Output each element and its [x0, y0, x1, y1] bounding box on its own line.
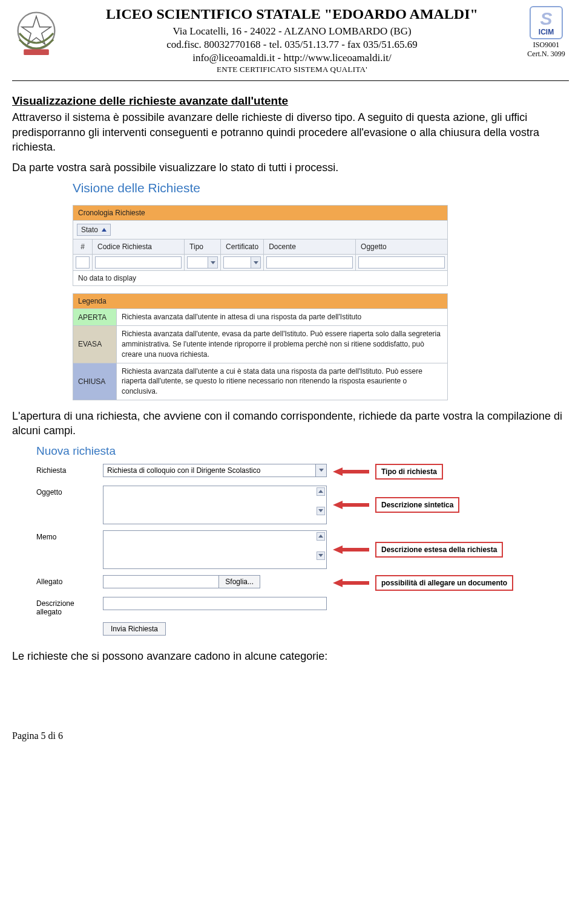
col-oggetto[interactable]: Oggetto [356, 239, 448, 255]
cronologia-header: Cronologia Richieste [73, 206, 448, 221]
sfoglia-button[interactable]: Sfoglia... [218, 575, 260, 588]
status-chiusa-badge: CHIUSA [73, 363, 117, 400]
scroll-down-icon[interactable] [317, 551, 325, 560]
allegato-path-input[interactable] [103, 575, 218, 588]
col-certificato[interactable]: Certificato [221, 239, 264, 255]
richiesta-value: Richiesta di colloquio con il Dirigente … [103, 464, 315, 477]
scroll-up-icon[interactable] [317, 487, 325, 496]
svg-marker-5 [333, 545, 369, 554]
svg-marker-4 [333, 501, 369, 509]
final-paragraph: Le richieste che si possono avanzare cad… [12, 649, 569, 663]
col-codice[interactable]: Codice Richiesta [93, 239, 185, 255]
status-evasa-desc: Richiesta avanzata dall'utente, evasa da… [117, 326, 448, 363]
filter-tipo-dropdown[interactable] [187, 256, 218, 268]
label-desc-allegato: Descrizione allegato [36, 597, 97, 617]
school-address: Via Locatelli, 16 - 24022 - ALZANO LOMBA… [70, 25, 514, 38]
legenda-table: Legenda APERTA Richiesta avanzata dall'u… [73, 293, 448, 400]
svg-rect-2 [24, 49, 49, 55]
filter-num-input[interactable] [76, 256, 90, 268]
screenshot-visione-richieste: Visione delle Richieste Cronologia Richi… [73, 181, 448, 400]
desc-allegato-input[interactable] [103, 597, 327, 610]
callout-tipo: Tipo di richiesta [375, 464, 443, 480]
scroll-down-icon[interactable] [317, 507, 325, 515]
screenshot-nuova-richiesta: Nuova richiesta Richiesta Richiesta di c… [36, 444, 569, 636]
richiesta-dropdown[interactable]: Richiesta di colloquio con il Dirigente … [103, 464, 327, 477]
certification-block: S ICIM ISO9001 Cert.N. 3099 [524, 6, 569, 59]
quality-line: ENTE CERTIFICATO SISTEMA QUALITA' [70, 65, 514, 74]
status-evasa-badge: EVASA [73, 326, 117, 363]
filter-certificato-dropdown[interactable] [223, 256, 261, 268]
ss1-title: Visione delle Richieste [73, 181, 448, 195]
callout-estesa: Descrizione estesa della richiesta [375, 542, 503, 558]
label-memo: Memo [36, 530, 97, 541]
no-data-row: No data to display [73, 271, 448, 286]
col-tipo[interactable]: Tipo [185, 239, 221, 255]
dropdown-icon [254, 261, 258, 264]
status-aperta-badge: APERTA [73, 309, 117, 326]
col-docente[interactable]: Docente [264, 239, 356, 255]
oggetto-textarea[interactable] [103, 486, 327, 524]
scroll-up-icon[interactable] [317, 532, 325, 541]
arrow-left-icon [333, 467, 369, 476]
stato-sort-button[interactable]: Stato [77, 224, 111, 236]
iso-text: ISO9001 [533, 41, 559, 50]
col-num[interactable]: # [73, 239, 93, 255]
mid-paragraph: L'apertura di una richiesta, che avviene… [12, 409, 569, 438]
label-richiesta: Richiesta [36, 464, 97, 475]
label-oggetto: Oggetto [36, 486, 97, 496]
cronologia-table: Cronologia Richieste Stato # Codice Rich… [73, 205, 448, 286]
svg-marker-6 [333, 579, 369, 587]
invia-richiesta-button[interactable]: Invia Richiesta [103, 622, 166, 636]
status-chiusa-desc: Richiesta avanzata dall'utente a cui è s… [117, 363, 448, 400]
arrow-left-icon [333, 545, 369, 554]
paragraph-2: Da parte vostra sarà possibile visualizz… [12, 160, 569, 175]
filter-codice-input[interactable] [95, 256, 182, 268]
status-aperta-desc: Richiesta avanzata dall'utente in attesa… [117, 309, 448, 326]
memo-textarea[interactable] [103, 530, 327, 569]
school-title: LICEO SCIENTIFICO STATALE "EDOARDO AMALD… [70, 6, 514, 22]
filter-oggetto-input[interactable] [358, 256, 445, 268]
school-codfisc: cod.fisc. 80032770168 - tel. 035/51.13.7… [70, 38, 514, 51]
dropdown-icon [211, 261, 215, 264]
section-heading: Visualizzazione delle richieste avanzate… [12, 94, 569, 108]
page-header: LICEO SCIENTIFICO STATALE "EDOARDO AMALD… [12, 6, 569, 74]
icim-logo-icon: S ICIM [530, 6, 563, 39]
ss2-title: Nuova richiesta [36, 444, 569, 458]
school-contact: info@liceoamaldi.it - http://www.liceoam… [70, 51, 514, 65]
filter-docente-input[interactable] [266, 256, 353, 268]
arrow-left-icon [333, 579, 369, 587]
callout-allegare: possibilità di allegare un documento [375, 575, 513, 591]
dropdown-icon [319, 469, 324, 472]
cert-number: Cert.N. 3099 [527, 50, 565, 59]
svg-marker-3 [333, 467, 369, 476]
sort-asc-icon [102, 228, 107, 232]
page-footer: Pagina 5 di 6 [12, 730, 569, 741]
label-allegato: Allegato [36, 575, 97, 586]
stato-label: Stato [81, 226, 98, 234]
italian-emblem-icon [12, 6, 61, 60]
legenda-header: Legenda [73, 294, 448, 309]
callout-sintetica: Descrizione sintetica [375, 497, 459, 513]
header-separator [12, 80, 569, 81]
arrow-left-icon [333, 501, 369, 509]
paragraph-1: Attraverso il sistema è possibile avanza… [12, 110, 569, 154]
